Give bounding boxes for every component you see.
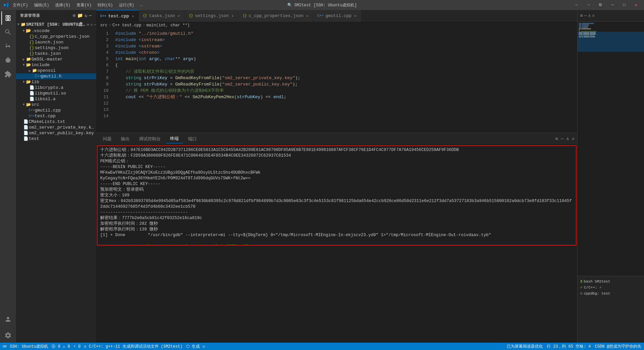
source-control-icon[interactable]: [1, 39, 15, 53]
status-left: SSH: Ubuntu虚拟机 ⓪ 0 ⚠ 0 ⚡ 0 ◇ C/C++: g++-…: [3, 344, 205, 349]
minimize-button[interactable]: ─: [608, 2, 617, 8]
tab-debug-console[interactable]: 调试控制台: [135, 135, 165, 143]
status-errors[interactable]: ⓪ 0 ⚠ 0: [51, 344, 70, 349]
menu-view[interactable]: 查看(V): [74, 2, 95, 9]
code-editor: 12345 678910 11121314 #include "../inclu…: [96, 29, 577, 133]
breadcrumb-sep2: >: [143, 23, 145, 28]
code-content[interactable]: #include "../include/gmutil.h" #include …: [111, 29, 577, 133]
menu-run[interactable]: 运行(R): [116, 2, 137, 9]
right-panel-item-bash[interactable]: $ bash SM2test: [580, 279, 641, 284]
collapse-terminal-icon[interactable]: ∧: [566, 136, 569, 142]
sidebar-item-tasks[interactable]: {} tasks.json: [16, 51, 96, 56]
tab-test-cpp[interactable]: C++ test.cpp ✕: [96, 10, 139, 22]
right-panel-item-cppdbg[interactable]: ⚙ cppdbg: test: [580, 291, 641, 296]
tab-gmutil-cpp[interactable]: C++ gmutil.cpp ✕: [313, 10, 361, 22]
terminal-line-15: 解密程序执行时间：139 微秒: [100, 227, 573, 232]
explorer-icon[interactable]: [1, 11, 15, 25]
breadcrumb-file[interactable]: C++ test.cpp: [113, 23, 141, 28]
status-ssh[interactable]: SSH: Ubuntu虚拟机: [3, 344, 48, 349]
sidebar-item-libgmutil[interactable]: 📄 libgmutil.so: [16, 91, 96, 96]
status-run[interactable]: ▷: [203, 344, 205, 349]
status-generate[interactable]: ⬡ 生成: [186, 344, 200, 349]
sidebar-item-openssl[interactable]: ▶ 📁 openssl: [16, 68, 96, 73]
sidebar-item-privkey[interactable]: 📄 sm2_server_private_key.key: [16, 125, 96, 130]
menu-goto[interactable]: 转到(G): [95, 2, 116, 9]
status-cursor-pos[interactable]: 行 23，列 65 空格: 4: [547, 344, 591, 349]
status-accessibility[interactable]: 已为屏幕阅读器优化: [507, 344, 543, 349]
right-panel-up[interactable]: ∧: [588, 13, 591, 18]
new-file-icon[interactable]: ⊕: [73, 13, 76, 18]
status-bar: SSH: Ubuntu虚拟机 ⓪ 0 ⚠ 0 ⚡ 0 ◇ C/C++: g++-…: [0, 343, 644, 350]
refresh-btn[interactable]: ↻: [91, 22, 93, 27]
tab-test-cpp-close[interactable]: ✕: [131, 13, 135, 19]
settings-icon[interactable]: [1, 329, 15, 342]
account-icon[interactable]: [1, 313, 15, 326]
status-build[interactable]: ◇ C/C++: g++-11 生成和调试活动文件 (SM2test): [84, 344, 182, 349]
right-panel-dots[interactable]: ⋯: [584, 13, 587, 18]
panel-tab-icons[interactable]: ⊕ ⋯ ∧ ✕: [555, 136, 575, 142]
close-button[interactable]: ✕: [632, 2, 641, 8]
tab-output[interactable]: 输出: [117, 135, 134, 143]
sidebar-item-settings[interactable]: {} settings.json: [16, 45, 96, 51]
maximize-button[interactable]: □: [620, 2, 629, 8]
extensions-icon[interactable]: [1, 67, 15, 81]
breadcrumb-fn[interactable]: main(int, char **): [146, 23, 190, 28]
sidebar-item-gmssl[interactable]: ▶ 📁 GmSSL-master: [16, 56, 96, 62]
menu-select[interactable]: 选择(S): [52, 2, 73, 9]
minimap-code: ████ ████████████████████ ████ █████████…: [578, 22, 644, 39]
tab-terminal[interactable]: 终端: [166, 134, 183, 143]
search-icon[interactable]: [1, 25, 15, 39]
window-controls[interactable]: ← → ⧉ ─ □ ✕: [572, 2, 641, 8]
collapse-icon[interactable]: ⋯: [89, 13, 92, 18]
sidebar-item-vscode[interactable]: ▼ 📂 .vscode: [16, 28, 96, 34]
more-btn[interactable]: ⋯: [94, 22, 96, 27]
new-folder-icon[interactable]: 📁: [77, 13, 83, 18]
sidebar-header-icons[interactable]: ⊕ 📁 ↻ ⋯: [73, 13, 92, 18]
status-warnings[interactable]: ⚡ 0: [73, 344, 81, 349]
tab-tasks-close[interactable]: ✕: [177, 13, 181, 19]
tab-cppprops-close[interactable]: ✕: [306, 13, 309, 19]
new-file-btn[interactable]: ⊕: [87, 22, 89, 27]
sidebar-item-cmake[interactable]: 📄 CMakeLists.txt: [16, 119, 96, 125]
menu-more[interactable]: …: [138, 2, 145, 8]
breadcrumb-src[interactable]: src: [100, 23, 108, 28]
tab-tasks-json[interactable]: {} tasks.json ✕: [139, 10, 185, 22]
sidebar-item-include[interactable]: ▼ 📂 include: [16, 62, 96, 68]
tab-problems[interactable]: 问题: [99, 135, 116, 143]
sidebar-item-libssl[interactable]: 📄 libssl.a: [16, 96, 96, 102]
sidebar-item-test-cpp[interactable]: C++ test.cpp: [16, 113, 96, 119]
tab-ports[interactable]: 端口: [184, 135, 201, 143]
tab-cppprops-json[interactable]: {} c_cpp_properties.json ✕: [239, 10, 313, 22]
menu-file[interactable]: 文件(F): [10, 2, 31, 9]
close-panel-icon[interactable]: ✕: [572, 136, 575, 142]
status-csdn[interactable]: CSDN @想成为守护你的先: [595, 344, 641, 349]
right-panel-item-cpp[interactable]: ✓ C/C++: ✓: [580, 284, 641, 291]
menu-edit[interactable]: 编辑(E): [31, 2, 52, 9]
debug-icon[interactable]: [1, 53, 15, 67]
terminal-content[interactable]: 十六进制公钥：047E16BD3ACC942D2B7371286CE0E5013…: [98, 146, 576, 245]
right-panel-close[interactable]: ✕: [592, 13, 595, 18]
sidebar-item-cppprops[interactable]: {} c_cpp_properties.json: [16, 34, 96, 39]
tab-gmutil-close[interactable]: ✕: [353, 13, 357, 19]
right-panel-icons[interactable]: ⊞: [580, 13, 583, 18]
sidebar-item-launch[interactable]: {} launch.json: [16, 39, 96, 45]
nav-back[interactable]: ←: [572, 2, 581, 8]
menu-bar[interactable]: 文件(F) 编辑(E) 选择(S) 查看(V) 转到(G) 运行(R) …: [10, 2, 145, 9]
sidebar-item-gmutil-h[interactable]: C++ gmutil.h: [16, 73, 96, 79]
more-terminal-icon[interactable]: ⋯: [561, 136, 564, 142]
terminal-line-16: [1] + Done "/usr/bin/gdb" --interpreter=…: [100, 232, 573, 238]
sidebar-item-test-bin[interactable]: 📄 test: [16, 136, 96, 142]
sidebar-root[interactable]: ▼ 📁 SM2TEST [SSH: UBUNTU虚拟机] ⊕ ↻ ⋯: [16, 21, 96, 28]
sidebar-item-lib[interactable]: ▼ 📂 lib: [16, 79, 96, 85]
layout-button[interactable]: ⧉: [596, 2, 605, 8]
sidebar-item-pubkey[interactable]: 📄 sm2_server_public_key.key: [16, 130, 96, 136]
terminal-line-3: PEM格式公钥：: [100, 159, 573, 164]
sidebar-item-src[interactable]: ▼ 📂 src: [16, 102, 96, 108]
sidebar-item-libcrypto[interactable]: 📄 libcrypto.a: [16, 85, 96, 91]
sidebar-item-gmutil-cpp[interactable]: C++ gmutil.cpp: [16, 108, 96, 113]
nav-forward[interactable]: →: [584, 2, 593, 8]
add-terminal-icon[interactable]: ⊕: [555, 136, 558, 142]
tab-settings-json[interactable]: {} settings.json ✕: [185, 10, 239, 22]
tab-settings-close[interactable]: ✕: [231, 13, 234, 19]
refresh-icon[interactable]: ↻: [85, 13, 88, 18]
